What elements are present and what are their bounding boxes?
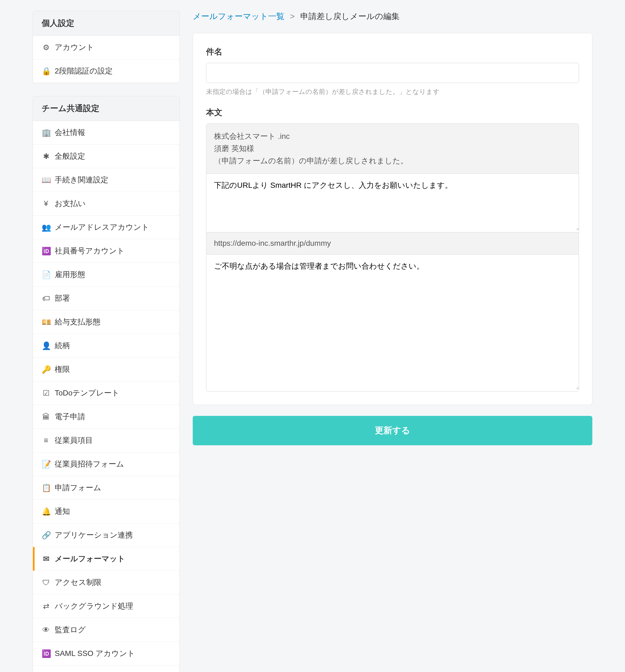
sidebar-item-label: ToDoテンプレート — [55, 388, 120, 398]
sidebar-item-label: 通知 — [55, 506, 70, 517]
subject-input[interactable] — [206, 63, 579, 83]
sidebar-item-label: 雇用形態 — [55, 269, 85, 280]
sidebar-header-team: チーム共通設定 — [33, 96, 179, 121]
sidebar-item-account[interactable]: ⚙ アカウント — [33, 35, 179, 59]
sidebar-item-label: 続柄 — [55, 340, 70, 351]
breadcrumb-link[interactable]: メールフォーマット一覧 — [193, 12, 285, 21]
form-icon: 📝 — [42, 460, 50, 469]
document-icon: 📄 — [42, 270, 50, 279]
sidebar-item-label: お支払い — [55, 198, 86, 209]
book-icon: 📖 — [42, 175, 50, 185]
sidebar-item-employee-fields[interactable]: ≡ 従業員項目 — [33, 429, 179, 452]
sidebar-item-label: 給与支払形態 — [55, 317, 100, 327]
id-card-icon: 🆔 — [42, 246, 50, 256]
sidebar-item-saml-settings[interactable]: ⚙ SAML SSO 設定 — [33, 666, 179, 672]
sidebar-item-department[interactable]: 🏷 部署 — [33, 287, 179, 310]
sidebar-item-label: 監査ログ — [55, 625, 86, 635]
sidebar-item-label: アプリケーション連携 — [55, 530, 133, 540]
gear-icon: ⚙ — [42, 43, 50, 52]
sidebar-item-mail-format[interactable]: ✉ メールフォーマット — [33, 547, 179, 571]
checkbox-icon: ☑ — [42, 389, 50, 398]
sidebar-item-label: 社員番号アカウント — [55, 246, 125, 256]
breadcrumb-separator: > — [290, 12, 295, 21]
sidebar-item-label: 権限 — [55, 364, 70, 375]
lock-icon: 🔒 — [42, 67, 50, 76]
bell-icon: 🔔 — [42, 507, 50, 516]
sidebar-item-label: メールフォーマット — [55, 554, 125, 564]
sidebar-item-background[interactable]: ⇄ バックグラウンド処理 — [33, 595, 179, 618]
sidebar-item-label: バックグラウンド処理 — [55, 601, 133, 611]
subject-group: 件名 未指定の場合は「（申請フォームの名前）が差し戻されました。」となります — [206, 46, 579, 96]
body-label: 本文 — [206, 107, 579, 118]
sidebar-item-label: 従業員項目 — [55, 435, 93, 446]
sidebar-item-salary[interactable]: 💴 給与支払形態 — [33, 310, 179, 334]
body-textarea-1[interactable] — [206, 174, 579, 230]
sidebar-item-permissions[interactable]: 🔑 権限 — [33, 358, 179, 381]
sidebar-item-invite-form[interactable]: 📝 従業員招待フォーム — [33, 452, 179, 476]
money-icon: 💴 — [42, 318, 50, 327]
bank-icon: 🏛 — [42, 412, 50, 421]
building-icon: 🏢 — [42, 128, 50, 137]
sidebar-item-saml-account[interactable]: 🆔 SAML SSO アカウント — [33, 642, 179, 666]
sidebar-item-todo[interactable]: ☑ ToDoテンプレート — [33, 381, 179, 405]
person-icon: 👤 — [42, 341, 50, 350]
users-icon: 👥 — [42, 223, 50, 232]
sidebar-item-audit[interactable]: 👁 監査ログ — [33, 618, 179, 642]
key-icon: 🔑 — [42, 365, 50, 374]
link-icon: 🔗 — [42, 531, 50, 540]
sidebar: 個人設定 ⚙ アカウント 🔒 2段階認証の設定 チーム共通設定 🏢 会社情報 ✱… — [33, 11, 180, 672]
tag-icon: 🏷 — [42, 294, 50, 303]
sidebar-item-label: 電子申請 — [55, 411, 85, 422]
sidebar-item-access[interactable]: 🛡 アクセス制限 — [33, 571, 179, 595]
sidebar-section-personal: 個人設定 ⚙ アカウント 🔒 2段階認証の設定 — [33, 11, 180, 83]
sidebar-item-company[interactable]: 🏢 会社情報 — [33, 121, 179, 145]
body-textarea-2[interactable] — [206, 255, 579, 389]
sidebar-item-label: アクセス制限 — [55, 577, 101, 587]
sidebar-item-label: 申請フォーム — [55, 483, 101, 493]
sidebar-item-label: 部署 — [55, 293, 70, 304]
sidebar-item-employment-type[interactable]: 📄 雇用形態 — [33, 263, 179, 287]
asterisk-icon: ✱ — [42, 152, 50, 161]
sidebar-item-label: 全般設定 — [55, 151, 85, 161]
sidebar-item-label: SAML SSO アカウント — [55, 648, 135, 659]
yen-icon: ¥ — [42, 199, 50, 208]
sidebar-item-label: 2段階認証の設定 — [55, 66, 113, 76]
breadcrumb-current: 申請差し戻しメールの編集 — [300, 12, 400, 21]
form-card: 件名 未指定の場合は「（申請フォームの名前）が差し戻されました。」となります 本… — [193, 33, 592, 405]
subject-label: 件名 — [206, 46, 579, 57]
sidebar-item-integrations[interactable]: 🔗 アプリケーション連携 — [33, 523, 179, 547]
sidebar-item-email-account[interactable]: 👥 メールアドレスアカウント — [33, 216, 179, 239]
body-fixed-header: 株式会社スマート .inc 須磨 英知様 （申請フォームの名前）の申請が差し戻し… — [206, 124, 579, 174]
sidebar-item-label: 従業員招待フォーム — [55, 459, 124, 469]
body-container: 株式会社スマート .inc 須磨 英知様 （申請フォームの名前）の申請が差し戻し… — [206, 124, 579, 392]
submit-button[interactable]: 更新する — [193, 416, 592, 445]
sidebar-item-general[interactable]: ✱ 全般設定 — [33, 145, 179, 168]
sidebar-item-eapplication[interactable]: 🏛 電子申請 — [33, 405, 179, 429]
sidebar-item-relationship[interactable]: 👤 続柄 — [33, 334, 179, 358]
id-card-icon: 🆔 — [42, 649, 50, 658]
shield-icon: 🛡 — [42, 578, 50, 587]
sidebar-item-2fa[interactable]: 🔒 2段階認証の設定 — [33, 59, 179, 83]
sidebar-item-label: アカウント — [55, 42, 94, 52]
sidebar-item-label: 手続き関連設定 — [55, 175, 109, 185]
sidebar-header-personal: 個人設定 — [33, 11, 179, 35]
sidebar-item-label: 会社情報 — [55, 127, 85, 138]
sidebar-item-notifications[interactable]: 🔔 通知 — [33, 500, 179, 523]
body-url: https://demo-inc.smarthr.jp/dummy — [206, 232, 579, 255]
breadcrumb: メールフォーマット一覧 > 申請差し戻しメールの編集 — [193, 11, 592, 22]
subject-help: 未指定の場合は「（申請フォームの名前）が差し戻されました。」となります — [206, 87, 579, 96]
sidebar-item-application-form[interactable]: 📋 申請フォーム — [33, 476, 179, 500]
sidebar-item-procedures[interactable]: 📖 手続き関連設定 — [33, 168, 179, 192]
transfer-icon: ⇄ — [42, 602, 50, 611]
clipboard-icon: 📋 — [42, 483, 50, 493]
eye-icon: 👁 — [42, 625, 50, 634]
sidebar-item-label: メールアドレスアカウント — [55, 222, 149, 233]
main-content: メールフォーマット一覧 > 申請差し戻しメールの編集 件名 未指定の場合は「（申… — [193, 11, 592, 445]
envelope-icon: ✉ — [42, 554, 50, 563]
sidebar-item-payment[interactable]: ¥ お支払い — [33, 192, 179, 216]
body-group: 本文 株式会社スマート .inc 須磨 英知様 （申請フォームの名前）の申請が差… — [206, 107, 579, 392]
sidebar-section-team: チーム共通設定 🏢 会社情報 ✱ 全般設定 📖 手続き関連設定 ¥ お支払い 👥… — [33, 96, 180, 672]
sidebar-item-employee-id[interactable]: 🆔 社員番号アカウント — [33, 239, 179, 263]
list-icon: ≡ — [42, 436, 50, 445]
